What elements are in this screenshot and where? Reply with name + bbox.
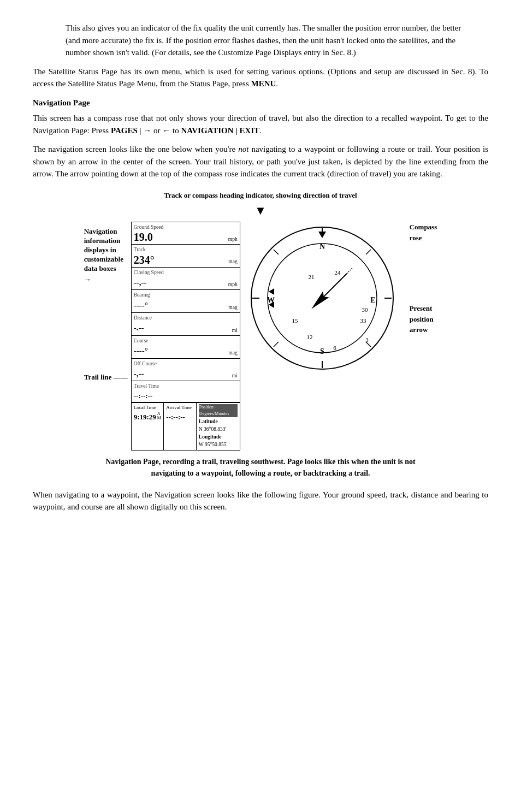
latitude-value: N 36°08.833' — [199, 425, 238, 433]
bearing-unit: mag — [228, 304, 237, 311]
ground-speed-value: 19.0 — [134, 231, 153, 243]
travel-time-box: Travel Time --:--:-- — [132, 381, 240, 402]
distance-box: Distance -.-- mi — [132, 313, 240, 336]
svg-text:24: 24 — [334, 269, 341, 276]
course-box: Course ----° mag — [132, 336, 240, 359]
body-paragraph-4: When navigating to a waypoint, the Navig… — [33, 489, 488, 513]
trail-line-label: Trail line —— — [84, 372, 128, 383]
figure-content: Navigation information displays in custo… — [33, 222, 488, 451]
course-unit: mag — [228, 349, 237, 357]
travel-time-value: --:--:-- — [134, 390, 153, 401]
left-labels: Navigation information displays in custo… — [84, 227, 128, 383]
distance-unit: mi — [232, 327, 238, 334]
navigation-figure: Track or compass heading indicator, show… — [33, 190, 488, 479]
body-paragraph-3: The navigation screen looks like the one… — [33, 143, 488, 180]
distance-label: Distance — [134, 314, 238, 322]
indent-paragraph: This also gives you an indicator of the … — [66, 22, 472, 59]
indent-text: This also gives you an indicator of the … — [66, 23, 461, 57]
bearing-box: Bearing ----° mag — [132, 290, 240, 313]
svg-text:12: 12 — [306, 334, 312, 340]
bearing-label: Bearing — [134, 291, 238, 299]
body-paragraph-2: This screen has a compass rose that not … — [33, 112, 488, 137]
longitude-label: Longitude — [199, 433, 238, 441]
ground-speed-unit: mph — [228, 235, 238, 243]
ground-speed-label: Ground Speed — [134, 223, 238, 231]
local-time-value: 9:19:29 — [134, 412, 156, 423]
distance-value: -.-- — [134, 322, 144, 334]
track-unit: mag — [228, 258, 237, 265]
compass-rose-svg: N E S W 3 6 12 15 21 24 30 — [246, 222, 399, 375]
closing-speed-label: Closing Speed — [134, 269, 238, 276]
arrival-time-cell: Arrival Time --:--:-- — [164, 403, 197, 450]
off-course-box: Off Course -,-- mi — [132, 359, 240, 382]
position-cell: Position · Degrees/Minutes Latitude N 36… — [197, 403, 240, 450]
arrow-down-indicator: Track or compass heading indicator, show… — [164, 190, 357, 201]
off-course-label: Off Course — [134, 360, 238, 368]
svg-text:N: N — [319, 242, 325, 251]
course-label: Course — [134, 337, 238, 345]
arrival-time-label: Arrival Time — [166, 404, 194, 412]
svg-text:33: 33 — [360, 317, 366, 324]
nav-info-label: Navigation information displays in custo… — [84, 227, 123, 285]
bottom-row: Local Time 9:19:29 AM Arrival Time --:--… — [132, 402, 240, 450]
longitude-value: W 95°50.855' — [199, 441, 238, 448]
svg-text:6: 6 — [333, 345, 336, 351]
bearing-value: ----° — [134, 299, 148, 312]
track-label: Track — [134, 246, 238, 253]
nav-panel: Ground Speed 19.0 mph Track 234° mag Clo… — [131, 222, 240, 451]
svg-text:S: S — [320, 347, 324, 355]
off-course-unit: mi — [232, 372, 238, 380]
closing-speed-unit: mph — [228, 281, 238, 288]
arrival-time-value: --:--:-- — [166, 412, 194, 423]
svg-text:21: 21 — [308, 274, 314, 280]
track-value: 234° — [134, 254, 155, 266]
section-heading: Navigation Page — [33, 97, 488, 109]
compass-rose-label: Compass rose — [410, 222, 437, 243]
course-value: ----° — [134, 345, 148, 357]
figure-caption: Navigation Page, recording a trail, trav… — [97, 456, 424, 479]
track-box: Track 234° mag — [132, 245, 240, 267]
local-time-cell: Local Time 9:19:29 AM — [132, 403, 164, 450]
off-course-value: -,-- — [134, 368, 144, 380]
down-arrow: ▼ — [254, 201, 267, 220]
closing-speed-value: --,-- — [134, 276, 147, 289]
travel-time-label: Travel Time — [134, 382, 238, 390]
figure-title: Track or compass heading indicator, show… — [164, 191, 357, 199]
latitude-label: Latitude — [199, 418, 238, 425]
compass-rose-area: N E S W 3 6 12 15 21 24 30 — [246, 222, 399, 375]
svg-text:E: E — [370, 296, 375, 304]
local-time-label: Local Time — [134, 404, 162, 412]
right-labels: Compass rose Present position arrow — [410, 222, 437, 335]
ground-speed-box: Ground Speed 19.0 mph — [132, 222, 240, 245]
position-header: Position · Degrees/Minutes — [199, 404, 238, 417]
local-time-ampm: AM — [157, 412, 161, 422]
present-position-label: Present position arrow — [410, 303, 437, 335]
closing-speed-box: Closing Speed --,-- mph — [132, 268, 240, 291]
svg-text:15: 15 — [292, 317, 298, 324]
body-paragraph-1: The Satellite Status Page has its own me… — [33, 66, 488, 90]
svg-text:30: 30 — [362, 306, 368, 313]
